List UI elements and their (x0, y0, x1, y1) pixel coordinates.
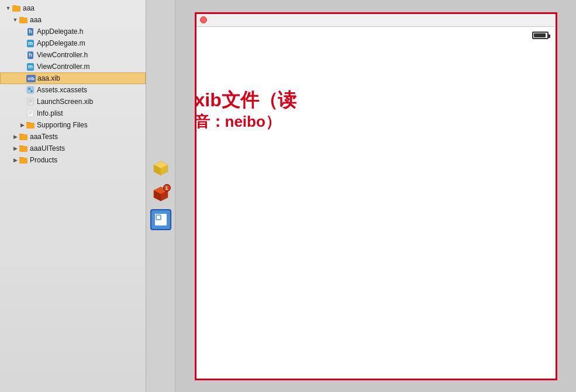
svg-rect-13 (26, 123, 35, 129)
supporting-files-label: Supporting Files (37, 121, 88, 129)
object-library-toolbar: 1 (146, 0, 175, 392)
supporting-arrow: ▶ (19, 122, 26, 128)
xib-canvas[interactable] (195, 12, 557, 380)
file-navigator[interactable]: ▼ aaa ▼ aaa h AppDelegate.h (0, 0, 146, 392)
svg-rect-0 (12, 6, 20, 12)
object-library-button[interactable] (150, 158, 171, 179)
xib-file-icon: xib (26, 74, 36, 83)
aaa-xib-item[interactable]: xib aaa.xib (0, 72, 146, 84)
plist-file-icon (26, 109, 35, 118)
svg-rect-15 (19, 146, 27, 152)
aaa-xib-label: aaa.xib (37, 74, 60, 82)
xib-close-button[interactable] (200, 16, 207, 23)
aaauitests-item[interactable]: ▶ aaaUITests (0, 143, 146, 154)
battery-fill (534, 33, 546, 37)
aaauitests-label: aaaUITests (30, 144, 65, 152)
vc-h-file-icon: h (26, 50, 35, 60)
xib-canvas-wrapper: xib文件（读 音：neibo） (195, 12, 557, 380)
products-folder-icon (19, 155, 28, 165)
view-inspector-button[interactable] (150, 209, 171, 230)
products-label: Products (30, 156, 57, 164)
svg-rect-2 (27, 86, 34, 93)
appdelegate-m-item[interactable]: m AppDelegate.m (0, 37, 146, 49)
supporting-folder-icon (26, 120, 35, 130)
viewcontroller-m-item[interactable]: m ViewController.m (0, 61, 146, 72)
viewcontroller-m-label: ViewController.m (37, 63, 89, 71)
project-folder-label: aaa (30, 16, 42, 24)
folder-open-icon (19, 15, 28, 25)
info-plist-item[interactable]: Info.plist (0, 107, 146, 119)
aaatests-item[interactable]: ▶ aaaTests (0, 131, 146, 143)
products-arrow: ▶ (12, 157, 19, 163)
appdelegate-h-item[interactable]: h AppDelegate.h (0, 26, 146, 37)
vc-m-file-icon: m (26, 62, 35, 71)
products-item[interactable]: ▶ Products (0, 154, 146, 166)
viewcontroller-h-item[interactable]: h ViewController.h (0, 49, 146, 61)
m-file-icon: m (26, 39, 35, 48)
h-file-icon: h (26, 27, 35, 36)
collapse-arrow: ▼ (5, 5, 12, 11)
aaatests-label: aaaTests (30, 133, 58, 141)
canvas-content (196, 27, 556, 379)
media-library-button[interactable]: 1 (150, 183, 171, 204)
aaatests-arrow: ▶ (12, 134, 19, 140)
xib-titlebar (196, 14, 556, 27)
svg-rect-5 (27, 98, 33, 105)
info-plist-label: Info.plist (37, 109, 63, 117)
assets-label: Assets.xcassets (37, 86, 87, 94)
project-folder-item[interactable]: ▼ aaa (0, 14, 146, 26)
svg-rect-16 (19, 158, 27, 164)
aaauitests-arrow: ▶ (12, 145, 19, 151)
folder-icon (12, 4, 21, 13)
viewcontroller-h-label: ViewController.h (37, 51, 88, 59)
svg-rect-4 (30, 90, 33, 92)
aaatests-folder-icon (19, 132, 28, 141)
svg-rect-9 (27, 110, 33, 117)
battery-icon (532, 32, 549, 39)
aaauitests-folder-icon (19, 144, 28, 153)
svg-rect-14 (19, 134, 27, 140)
appdelegate-m-label: AppDelegate.m (37, 39, 85, 47)
svg-rect-3 (28, 88, 30, 90)
main-content-area: 1 xib文件（读 音：neibo） (146, 0, 576, 392)
launch-file-icon (26, 97, 35, 106)
launchscreen-label: LaunchScreen.xib (37, 98, 93, 106)
folder-arrow: ▼ (12, 17, 19, 23)
launchscreen-item[interactable]: LaunchScreen.xib (0, 96, 146, 107)
root-label: aaa (23, 4, 35, 12)
badge-count: 1 (163, 184, 171, 192)
supporting-files-item[interactable]: ▶ Supporting Files (0, 119, 146, 131)
canvas-container: xib文件（读 音：neibo） (175, 0, 576, 392)
assets-file-icon (26, 85, 35, 95)
assets-item[interactable]: Assets.xcassets (0, 84, 146, 96)
appdelegate-h-label: AppDelegate.h (37, 27, 83, 36)
svg-rect-1 (19, 18, 27, 23)
root-item[interactable]: ▼ aaa (0, 2, 146, 14)
